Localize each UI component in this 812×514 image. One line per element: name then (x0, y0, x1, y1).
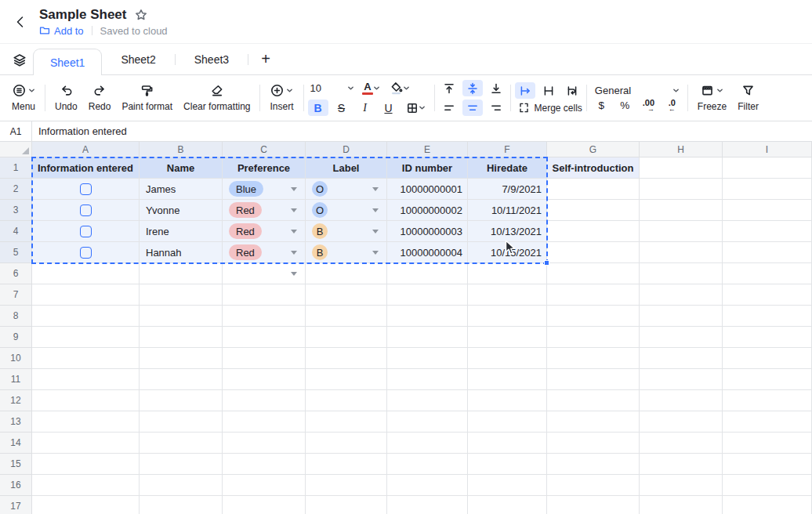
cell-C5[interactable]: Red (223, 242, 306, 263)
cell-H14[interactable] (640, 433, 723, 454)
cell-G3[interactable] (547, 200, 640, 221)
cell-F10[interactable] (468, 348, 547, 369)
merge-cells-button[interactable]: Merge cells (515, 102, 582, 114)
cell-G4[interactable] (547, 221, 640, 242)
cell-I17[interactable] (723, 496, 812, 514)
dropdown-caret-icon[interactable] (291, 230, 297, 233)
cell-E11[interactable] (387, 369, 468, 390)
cell-D9[interactable] (306, 327, 387, 348)
cell-A6[interactable] (32, 263, 140, 284)
cell-I3[interactable] (723, 200, 812, 221)
strikethrough-button[interactable]: S (332, 100, 352, 116)
bold-button[interactable]: B (308, 100, 328, 116)
cell-B2[interactable]: James (140, 179, 223, 200)
column-header-H[interactable]: H (640, 142, 723, 157)
cell-A2[interactable] (32, 179, 140, 200)
cell-B6[interactable] (140, 263, 223, 284)
cell-G8[interactable] (547, 306, 640, 327)
vertical-align-bottom-button[interactable] (486, 80, 506, 96)
text-color-button[interactable]: A (360, 80, 383, 96)
cell-C14[interactable] (223, 433, 306, 454)
cell-G1[interactable]: Self-introduction (547, 157, 640, 179)
insert-button[interactable]: Insert (264, 84, 299, 112)
cell-C17[interactable] (223, 496, 306, 514)
cell-H6[interactable] (640, 263, 723, 284)
row-header-14[interactable]: 14 (0, 433, 32, 454)
cell-F2[interactable]: 7/9/2021 (468, 179, 547, 200)
cell-A13[interactable] (32, 411, 140, 433)
row-header-1[interactable]: 1 (0, 157, 32, 179)
row-header-4[interactable]: 4 (0, 221, 32, 242)
menu-button[interactable]: Menu (6, 84, 41, 112)
dropdown-caret-icon[interactable] (291, 251, 297, 255)
cell-D13[interactable] (306, 411, 387, 433)
cell-B8[interactable] (140, 306, 223, 327)
cell-F6[interactable] (468, 263, 547, 284)
cell-A9[interactable] (32, 327, 140, 348)
cell-H11[interactable] (640, 369, 723, 390)
cell-E1[interactable]: ID number (387, 157, 468, 179)
cell-A10[interactable] (32, 348, 140, 369)
cell-G14[interactable] (547, 433, 640, 454)
cell-F15[interactable] (468, 454, 547, 475)
dropdown-caret-icon[interactable] (291, 208, 297, 212)
currency-button[interactable]: $ (591, 100, 612, 111)
row-checkbox[interactable] (80, 183, 92, 195)
cell-H17[interactable] (640, 496, 723, 514)
cell-D1[interactable]: Label (306, 157, 387, 179)
cell-C12[interactable] (223, 390, 306, 411)
cell-E5[interactable]: 10000000004 (387, 242, 468, 263)
cell-D5[interactable]: B (306, 242, 387, 263)
cell-B17[interactable] (140, 496, 223, 514)
cell-B12[interactable] (140, 390, 223, 411)
percent-button[interactable]: % (614, 100, 636, 111)
cell-D4[interactable]: B (306, 221, 387, 242)
cell-E12[interactable] (387, 390, 468, 411)
cell-A14[interactable] (32, 433, 140, 454)
row-header-2[interactable]: 2 (0, 179, 32, 200)
back-button[interactable] (8, 9, 33, 34)
row-checkbox[interactable] (80, 247, 92, 259)
row-header-17[interactable]: 17 (0, 496, 32, 514)
cell-G15[interactable] (547, 454, 640, 475)
cell-B1[interactable]: Name (140, 157, 223, 179)
row-header-8[interactable]: 8 (0, 306, 32, 327)
cell-I5[interactable] (723, 242, 812, 263)
cell-C13[interactable] (223, 411, 306, 433)
undo-button[interactable]: Undo (49, 84, 83, 112)
cell-C10[interactable] (223, 348, 306, 369)
cell-E17[interactable] (387, 496, 468, 514)
cell-C11[interactable] (223, 369, 306, 390)
cell-I2[interactable] (723, 179, 812, 200)
cell-D16[interactable] (306, 475, 387, 496)
cell-D10[interactable] (306, 348, 387, 369)
row-checkbox[interactable] (80, 226, 92, 237)
cell-B4[interactable]: Irene (140, 221, 223, 242)
cell-B14[interactable] (140, 433, 223, 454)
tab-sheet3[interactable]: Sheet3 (176, 44, 248, 74)
cell-B11[interactable] (140, 369, 223, 390)
cell-A8[interactable] (32, 306, 140, 327)
cell-H4[interactable] (640, 221, 723, 242)
redo-button[interactable]: Redo (83, 84, 117, 112)
document-title[interactable]: Sample Sheet (39, 7, 127, 23)
cell-A3[interactable] (32, 200, 140, 221)
row-header-10[interactable]: 10 (0, 348, 32, 369)
cell-B7[interactable] (140, 284, 223, 306)
dropdown-caret-icon[interactable] (372, 187, 379, 191)
row-header-16[interactable]: 16 (0, 475, 32, 496)
cell-H1[interactable] (640, 157, 723, 179)
cell-E8[interactable] (387, 306, 468, 327)
row-header-6[interactable]: 6 (0, 263, 32, 284)
column-header-I[interactable]: I (723, 142, 812, 157)
row-header-11[interactable]: 11 (0, 369, 32, 390)
cell-I13[interactable] (723, 411, 812, 433)
sheet-manager-icon[interactable] (6, 46, 33, 74)
borders-button[interactable] (402, 100, 430, 116)
cell-F11[interactable] (468, 369, 547, 390)
cell-E2[interactable]: 10000000001 (387, 179, 468, 200)
dropdown-caret-icon[interactable] (291, 187, 297, 191)
cell-F1[interactable]: Hiredate (468, 157, 547, 179)
align-right-button[interactable] (486, 100, 506, 116)
tab-sheet1[interactable]: Sheet1 (33, 49, 102, 75)
